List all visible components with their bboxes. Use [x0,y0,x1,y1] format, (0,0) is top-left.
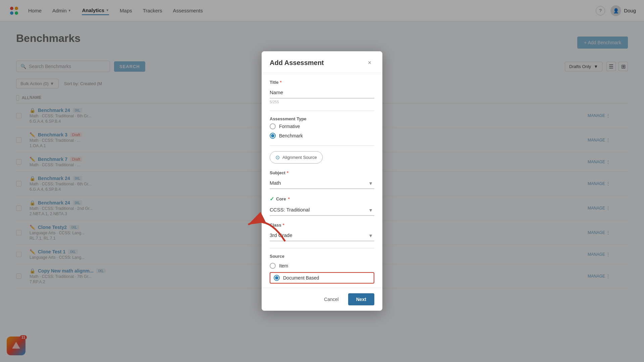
title-field-group: Title * 5/255 [270,80,374,104]
modal-footer: Cancel Next [262,288,382,311]
subject-required-indicator: * [287,170,288,175]
subject-select[interactable]: Math Language Arts Science [270,177,374,189]
alignment-source-group: ⊙ Alignment Source [270,151,374,164]
radio-item-outer [270,263,276,269]
assessment-type-label: Assessment Type [270,116,374,121]
radio-benchmark-label: Benchmark [279,133,303,138]
cancel-button[interactable]: Cancel [319,294,344,305]
source-group: Source Item Document Based [270,254,374,284]
title-label: Title * [270,80,374,85]
add-assessment-modal: Add Assessment × Title * 5/255 Assessmen… [262,51,382,311]
modal-body: Title * 5/255 Assessment Type Formative … [262,73,382,288]
source-radio-group: Item Document Based [270,263,374,284]
core-label: ✓ Core * [270,196,374,202]
source-label: Source [270,254,374,259]
next-button[interactable]: Next [348,293,374,305]
divider-3 [270,248,374,248]
radio-formative-outer [270,123,276,129]
core-check-icon: ✓ [270,196,274,202]
core-select-wrapper: CCSS: Traditional CCSS: Integrated Commo… [270,204,374,216]
radio-document-based[interactable]: Document Based [270,272,374,284]
core-group: ✓ Core * CCSS: Traditional CCSS: Integra… [270,196,374,216]
radio-formative-label: Formative [279,124,300,129]
modal-close-button[interactable]: × [365,58,374,67]
radio-item-source[interactable]: Item [270,263,374,269]
radio-formative[interactable]: Formative [270,123,374,129]
modal-title: Add Assessment [270,59,324,67]
subject-group: Subject * Math Language Arts Science ▼ [270,170,374,189]
radio-document-based-outer [274,275,280,281]
subject-select-wrapper: Math Language Arts Science ▼ [270,177,374,189]
radio-benchmark-inner [271,134,274,137]
title-input[interactable] [270,87,374,99]
radio-item-label: Item [279,263,288,268]
modal-header: Add Assessment × [262,51,382,73]
assessment-type-radio-group: Formative Benchmark [270,123,374,139]
radio-benchmark-outer [270,133,276,139]
char-count: 5/255 [270,100,374,104]
alignment-source-label: Alignment Source [282,155,317,160]
class-label: Class * [270,223,374,228]
alignment-source-icon: ⊙ [275,154,280,161]
class-select[interactable]: 3rd Grade 4th Grade 5th Grade [270,230,374,241]
subject-label: Subject * [270,170,374,175]
radio-document-based-inner [275,276,278,280]
divider-1 [270,111,374,111]
class-group: Class * 3rd Grade 4th Grade 5th Grade ▼ [270,223,374,241]
core-required-indicator: * [288,196,290,201]
title-required-indicator: * [280,80,282,85]
alignment-source-button[interactable]: ⊙ Alignment Source [270,151,323,164]
radio-document-based-label: Document Based [283,275,319,281]
class-required-indicator: * [283,223,284,228]
class-select-wrapper: 3rd Grade 4th Grade 5th Grade ▼ [270,230,374,241]
assessment-type-group: Assessment Type Formative Benchmark [270,116,374,139]
radio-benchmark[interactable]: Benchmark [270,133,374,139]
core-select[interactable]: CCSS: Traditional CCSS: Integrated Commo… [270,204,374,216]
divider-2 [270,145,374,146]
